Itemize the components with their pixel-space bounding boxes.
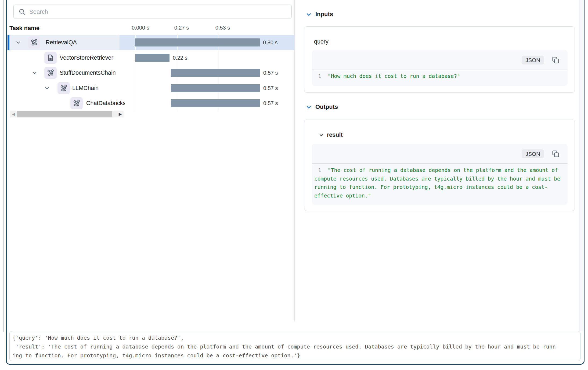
outputs-result-card: result JSON 1"The cost of running a data…: [304, 120, 575, 211]
scroll-right-arrow-icon[interactable]: ▶: [117, 111, 124, 117]
duration-bar[interactable]: [171, 99, 260, 107]
task-row-stuffdocumentschain[interactable]: StuffDocumentsChain 0.57 s: [8, 65, 294, 80]
time-tick-2: 0.53 s: [215, 25, 230, 31]
inputs-query-card: query JSON 1"How much does it cost to ru…: [304, 26, 575, 93]
inputs-section-title: Inputs: [315, 11, 333, 18]
task-name: StuffDocumentsChain: [60, 65, 116, 80]
field-name-query: query: [314, 38, 329, 45]
json-format-button[interactable]: JSON: [522, 56, 544, 64]
task-name: ChatDatabricks: [86, 96, 125, 111]
task-name-header: Task name: [9, 25, 39, 32]
vertical-scrollbar-gutter[interactable]: [579, 0, 583, 331]
chain-icon: [28, 36, 40, 49]
chain-icon: [57, 82, 70, 94]
notebook-gutter-line: [3, 0, 4, 332]
time-tick-1: 0.27 s: [174, 25, 189, 31]
chain-icon: [70, 97, 83, 109]
result-code-block: JSON 1"The cost of running a database de…: [312, 144, 568, 205]
copy-icon[interactable]: [551, 150, 560, 158]
duration-bar[interactable]: [135, 38, 260, 46]
duration-bar[interactable]: [171, 84, 260, 92]
field-name-result: result: [327, 132, 343, 138]
document-icon: [44, 52, 57, 64]
duration-bar[interactable]: [171, 69, 260, 77]
copy-icon[interactable]: [551, 56, 560, 64]
task-row-vectorstoreretriever[interactable]: VectorStoreRetriever 0.22 s: [8, 50, 294, 65]
scrollbar-thumb[interactable]: [17, 111, 112, 117]
code-line: compute resources used. Databases are ty…: [314, 175, 565, 183]
duration-label: 0.57 s: [263, 96, 278, 111]
code-line: running to function. For prototyping, t4…: [314, 183, 565, 192]
task-row-llmchain[interactable]: LLMChain 0.57 s: [8, 81, 294, 96]
search-icon: [19, 8, 26, 16]
code-block-header: JSON: [312, 144, 568, 164]
outputs-collapse-chevron-icon[interactable]: [306, 105, 312, 111]
duration-bar[interactable]: [135, 54, 169, 62]
task-row-chatdatabricks[interactable]: ChatDatabricks 0.57 s: [8, 96, 294, 111]
chevron-down-icon[interactable]: [16, 40, 21, 45]
chevron-down-icon[interactable]: [32, 70, 37, 76]
pane-divider[interactable]: [294, 0, 295, 321]
query-value: "How much does it cost to run a database…: [328, 73, 460, 79]
search-input[interactable]: [29, 6, 282, 18]
task-name: LLMChain: [72, 81, 99, 96]
task-name: VectorStoreRetriever: [60, 50, 113, 65]
stdout-output-box: {'query': 'How much does it cost to run …: [9, 331, 580, 361]
result-collapse-chevron-icon[interactable]: [319, 133, 324, 139]
stdout-text: {'query': 'How much does it cost to run …: [12, 333, 556, 360]
code-line: effective option.": [314, 192, 565, 200]
task-row-retrievalqa[interactable]: RetrievalQA 0.80 s: [8, 35, 294, 50]
task-name: RetrievalQA: [46, 35, 77, 50]
horizontal-scrollbar[interactable]: ◀ ▶: [10, 111, 124, 117]
duration-label: 0.80 s: [263, 35, 277, 50]
selected-row-accent-bar: [8, 35, 9, 50]
chain-icon: [44, 67, 57, 79]
code-line: 1"How much does it cost to run a databas…: [314, 72, 565, 81]
trace-viewer-output: Task name 0.000 s 0.27 s 0.53 s Retrieva…: [0, 0, 588, 370]
duration-label: 0.57 s: [263, 65, 278, 80]
query-code-block: JSON 1"How much does it cost to run a da…: [312, 50, 568, 86]
search-box: [13, 5, 292, 19]
inputs-collapse-chevron-icon[interactable]: [306, 12, 312, 19]
outputs-section-title: Outputs: [315, 103, 338, 110]
scroll-left-arrow-icon[interactable]: ◀: [10, 111, 17, 117]
time-tick-0: 0.000 s: [132, 25, 149, 31]
chevron-down-icon[interactable]: [44, 85, 50, 91]
code-block-header: JSON: [312, 50, 568, 70]
duration-label: 0.22 s: [173, 50, 187, 65]
duration-label: 0.57 s: [263, 81, 278, 96]
code-line: 1"The cost of running a database depends…: [314, 166, 565, 175]
json-format-button[interactable]: JSON: [522, 149, 544, 158]
